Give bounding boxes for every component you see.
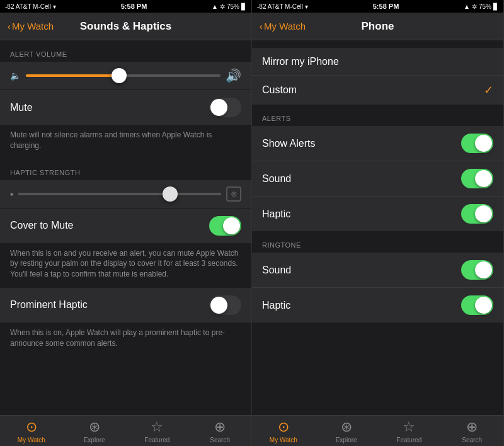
tab-bar-right: ⊙ My Watch ⊛ Explore ☆ Featured ⊕ Search bbox=[252, 415, 503, 446]
carrier-text: -82 AT&T M-Cell bbox=[5, 3, 51, 10]
alert-volume-fill bbox=[26, 74, 119, 77]
ringtone-sound-row[interactable]: Sound bbox=[252, 253, 503, 288]
show-alerts-toggle[interactable] bbox=[461, 134, 493, 153]
tab-featured-left[interactable]: ☆ Featured bbox=[126, 416, 189, 446]
ringtone-group: Sound Haptic bbox=[252, 253, 503, 323]
content-right: Mirror my iPhone Custom ✓ ALERTS Show Al… bbox=[252, 40, 503, 415]
bluetooth-icon-right: ✲ bbox=[472, 3, 477, 10]
prominent-haptic-thumb bbox=[210, 297, 227, 314]
mirror-row[interactable]: Mirror my iPhone bbox=[252, 48, 503, 76]
alerts-sound-label: Sound bbox=[262, 173, 291, 185]
carrier-text-right: -82 AT&T M-Cell bbox=[257, 3, 303, 10]
status-bar-right: -82 AT&T M-Cell ▾ 5:58 PM ▲ ✲ 75% ▊ bbox=[252, 0, 503, 13]
tab-explore-right[interactable]: ⊛ Explore bbox=[315, 416, 378, 446]
tab-my-watch-right[interactable]: ⊙ My Watch bbox=[252, 416, 315, 446]
prominent-haptic-label: Prominent Haptic bbox=[10, 299, 88, 311]
page-title-left: Sounds & Haptics bbox=[80, 20, 171, 33]
explore-icon-left: ⊛ bbox=[89, 419, 100, 435]
ringtone-haptic-toggle[interactable] bbox=[461, 295, 493, 315]
battery-icon-right: ▊ bbox=[493, 3, 498, 10]
custom-row[interactable]: Custom ✓ bbox=[252, 76, 503, 105]
tab-search-right[interactable]: ⊕ Search bbox=[440, 416, 503, 446]
haptic-strength-track[interactable] bbox=[18, 193, 221, 195]
battery-icon: ▊ bbox=[241, 3, 246, 10]
mirror-group: Mirror my iPhone Custom ✓ bbox=[252, 48, 503, 105]
wifi-icon-right: ▾ bbox=[305, 3, 308, 10]
prominent-haptic-toggle[interactable] bbox=[209, 295, 241, 315]
search-label-left: Search bbox=[210, 437, 230, 443]
tab-explore-left[interactable]: ⊛ Explore bbox=[63, 416, 126, 446]
nav-bar-right: ‹ My Watch Phone bbox=[252, 13, 503, 40]
top-spacer bbox=[252, 40, 503, 48]
back-button-right[interactable]: ‹ My Watch bbox=[260, 21, 306, 31]
battery-text: 75% bbox=[227, 3, 239, 10]
mute-group: Mute bbox=[0, 90, 251, 125]
tab-my-watch-left[interactable]: ⊙ My Watch bbox=[0, 416, 63, 446]
page-title-right: Phone bbox=[362, 20, 394, 33]
ringtone-haptic-thumb bbox=[475, 297, 492, 314]
custom-label: Custom bbox=[262, 84, 297, 96]
alerts-haptic-row[interactable]: Haptic bbox=[252, 197, 503, 231]
haptic-thumb[interactable] bbox=[163, 186, 178, 202]
explore-icon-right: ⊛ bbox=[341, 419, 352, 435]
tab-bar-left: ⊙ My Watch ⊛ Explore ☆ Featured ⊕ Search bbox=[0, 415, 251, 446]
status-bar-left: -82 AT&T M-Cell ▾ 5:58 PM ▲ ✲ 75% ▊ bbox=[0, 0, 251, 13]
back-chevron-left: ‹ bbox=[8, 21, 11, 31]
ringtone-sound-toggle[interactable] bbox=[461, 260, 493, 280]
search-icon-right: ⊕ bbox=[466, 419, 478, 435]
alert-volume-thumb[interactable] bbox=[112, 68, 127, 83]
tab-featured-right[interactable]: ☆ Featured bbox=[378, 416, 441, 446]
alerts-group: Show Alerts Sound Haptic bbox=[252, 126, 503, 231]
cover-mute-label: Cover to Mute bbox=[10, 220, 73, 231]
alerts-sound-thumb bbox=[475, 170, 492, 187]
ringtone-sound-thumb bbox=[475, 261, 492, 278]
prominent-haptic-description: When this is on, Apple Watch will play a… bbox=[0, 323, 251, 357]
alert-volume-slider-row[interactable]: 🔈 🔊 bbox=[0, 62, 251, 89]
search-icon-left: ⊕ bbox=[214, 419, 226, 435]
cover-mute-toggle[interactable] bbox=[209, 216, 241, 236]
show-alerts-label: Show Alerts bbox=[262, 138, 315, 149]
haptic-high-icon: ◎ bbox=[226, 186, 241, 202]
alert-volume-track[interactable] bbox=[26, 74, 220, 77]
mute-toggle-thumb bbox=[210, 99, 227, 116]
location-icon: ▲ bbox=[212, 3, 218, 10]
ringtone-header: RINGTONE bbox=[252, 231, 503, 253]
featured-icon-left: ☆ bbox=[151, 419, 163, 435]
mute-row[interactable]: Mute bbox=[0, 90, 251, 125]
back-chevron-right: ‹ bbox=[260, 21, 263, 31]
haptic-strength-header: HAPTIC STRENGTH bbox=[0, 159, 251, 180]
cover-mute-row[interactable]: Cover to Mute bbox=[0, 209, 251, 243]
cover-mute-thumb bbox=[223, 217, 240, 234]
featured-label-left: Featured bbox=[144, 437, 169, 443]
ringtone-haptic-label: Haptic bbox=[262, 300, 290, 311]
featured-label-right: Featured bbox=[396, 437, 421, 443]
prominent-haptic-row[interactable]: Prominent Haptic bbox=[0, 288, 251, 323]
prominent-haptic-group: Prominent Haptic bbox=[0, 288, 251, 323]
mute-label: Mute bbox=[10, 102, 33, 113]
tab-search-left[interactable]: ⊕ Search bbox=[188, 416, 251, 446]
alerts-sound-toggle[interactable] bbox=[461, 169, 493, 188]
my-watch-icon-left: ⊙ bbox=[26, 419, 37, 435]
show-alerts-row[interactable]: Show Alerts bbox=[252, 126, 503, 161]
status-left-right: -82 AT&T M-Cell ▾ bbox=[257, 3, 308, 10]
featured-icon-right: ☆ bbox=[403, 419, 415, 435]
battery-text-right: 75% bbox=[479, 3, 491, 10]
ringtone-haptic-row[interactable]: Haptic bbox=[252, 288, 503, 323]
explore-label-left: Explore bbox=[84, 437, 105, 443]
mute-toggle[interactable] bbox=[209, 98, 241, 117]
mute-description: Mute will not silence alarms and timers … bbox=[0, 125, 251, 159]
status-right-right: ▲ ✲ 75% ▊ bbox=[464, 3, 498, 10]
ringtone-sound-label: Sound bbox=[262, 265, 291, 276]
back-button-left[interactable]: ‹ My Watch bbox=[8, 21, 54, 31]
my-watch-label-left: My Watch bbox=[18, 437, 45, 443]
left-panel: -82 AT&T M-Cell ▾ 5:58 PM ▲ ✲ 75% ▊ ‹ My… bbox=[0, 0, 252, 446]
time-display: 5:58 PM bbox=[121, 3, 147, 10]
haptic-slider-row[interactable]: ▪ ◎ bbox=[0, 180, 251, 208]
alerts-header: ALERTS bbox=[252, 105, 503, 126]
status-left: -82 AT&T M-Cell ▾ bbox=[5, 3, 56, 10]
alerts-haptic-label: Haptic bbox=[262, 209, 290, 220]
alerts-haptic-toggle[interactable] bbox=[461, 204, 493, 224]
custom-checkmark: ✓ bbox=[484, 83, 493, 97]
status-right: ▲ ✲ 75% ▊ bbox=[212, 3, 246, 10]
alerts-sound-row[interactable]: Sound bbox=[252, 161, 503, 197]
